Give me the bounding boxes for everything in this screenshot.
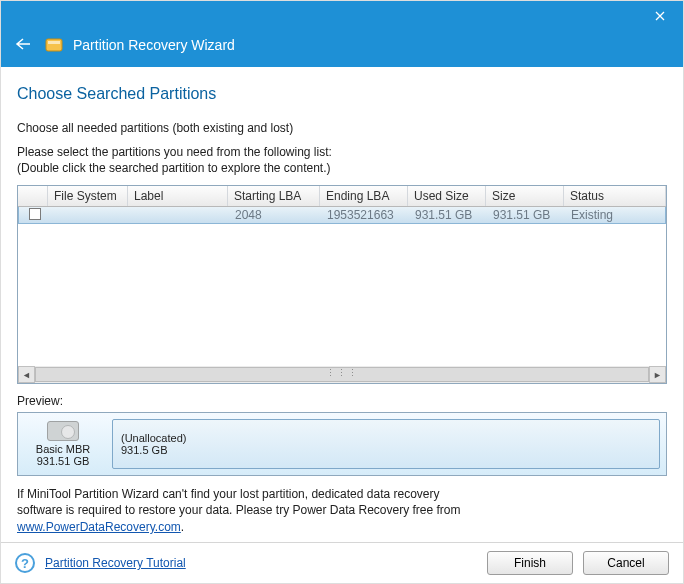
page-subtext: Choose all needed partitions (both exist… bbox=[17, 121, 667, 135]
note-line-1: If MiniTool Partition Wizard can't find … bbox=[17, 487, 440, 501]
table-body: 2048 1953521663 931.51 GB 931.51 GB Exis… bbox=[18, 207, 666, 366]
close-icon bbox=[655, 11, 665, 21]
cell-starting-lba: 2048 bbox=[229, 207, 321, 223]
row-checkbox-cell[interactable] bbox=[19, 207, 49, 224]
disk-type: Basic MBR bbox=[36, 443, 90, 455]
window-title: Partition Recovery Wizard bbox=[73, 37, 235, 53]
col-file-system[interactable]: File System bbox=[48, 186, 128, 206]
partition-block[interactable]: (Unallocated) 931.5 GB bbox=[112, 419, 660, 469]
horizontal-scrollbar[interactable]: ◄ ⋮⋮⋮ ► bbox=[18, 366, 666, 383]
partition-name: (Unallocated) bbox=[121, 432, 651, 444]
back-arrow-icon bbox=[15, 38, 31, 50]
app-icon bbox=[45, 36, 63, 54]
disk-icon bbox=[47, 421, 79, 441]
note-line-2: software is required to restore your dat… bbox=[17, 503, 461, 517]
close-button[interactable] bbox=[637, 1, 683, 31]
instruction-line-2: (Double click the searched partition to … bbox=[17, 161, 667, 175]
footer: ? Partition Recovery Tutorial Finish Can… bbox=[1, 542, 683, 583]
help-icon[interactable]: ? bbox=[15, 553, 35, 573]
disk-info[interactable]: Basic MBR 931.51 GB bbox=[24, 419, 102, 469]
partitions-table: File System Label Starting LBA Ending LB… bbox=[17, 185, 667, 384]
col-size[interactable]: Size bbox=[486, 186, 564, 206]
titlebar bbox=[1, 1, 683, 31]
col-used-size[interactable]: Used Size bbox=[408, 186, 486, 206]
row-checkbox[interactable] bbox=[29, 208, 41, 220]
wizard-window: Partition Recovery Wizard Choose Searche… bbox=[0, 0, 684, 584]
partition-size: 931.5 GB bbox=[121, 444, 651, 456]
cell-ending-lba: 1953521663 bbox=[321, 207, 409, 223]
cell-file-system bbox=[49, 214, 129, 216]
col-ending-lba[interactable]: Ending LBA bbox=[320, 186, 408, 206]
col-label[interactable]: Label bbox=[128, 186, 228, 206]
finish-button[interactable]: Finish bbox=[487, 551, 573, 575]
disk-size: 931.51 GB bbox=[37, 455, 90, 467]
cell-label bbox=[129, 214, 229, 216]
svg-rect-1 bbox=[48, 41, 60, 44]
recovery-note: If MiniTool Partition Wizard can't find … bbox=[17, 486, 667, 536]
preview-box: Basic MBR 931.51 GB (Unallocated) 931.5 … bbox=[17, 412, 667, 476]
cancel-button[interactable]: Cancel bbox=[583, 551, 669, 575]
page-heading: Choose Searched Partitions bbox=[17, 85, 667, 103]
preview-label: Preview: bbox=[17, 394, 667, 408]
wizard-body: Choose Searched Partitions Choose all ne… bbox=[1, 67, 683, 542]
col-status[interactable]: Status bbox=[564, 186, 666, 206]
col-starting-lba[interactable]: Starting LBA bbox=[228, 186, 320, 206]
cell-status: Existing bbox=[565, 207, 665, 223]
scroll-thumb[interactable]: ⋮⋮⋮ bbox=[35, 367, 649, 382]
svg-rect-0 bbox=[46, 39, 62, 51]
instruction-line-1: Please select the partitions you need fr… bbox=[17, 145, 667, 159]
header-bar: Partition Recovery Wizard bbox=[1, 31, 683, 67]
table-row[interactable]: 2048 1953521663 931.51 GB 931.51 GB Exis… bbox=[18, 207, 666, 224]
tutorial-link[interactable]: Partition Recovery Tutorial bbox=[45, 556, 186, 570]
cell-used-size: 931.51 GB bbox=[409, 207, 487, 223]
scroll-right-button[interactable]: ► bbox=[649, 366, 666, 383]
scroll-left-button[interactable]: ◄ bbox=[18, 366, 35, 383]
col-checkbox[interactable] bbox=[18, 186, 48, 206]
power-data-recovery-link[interactable]: www.PowerDataRecovery.com bbox=[17, 520, 181, 534]
back-button[interactable] bbox=[11, 35, 35, 55]
cell-size: 931.51 GB bbox=[487, 207, 565, 223]
scroll-track[interactable]: ⋮⋮⋮ bbox=[35, 366, 649, 383]
table-header: File System Label Starting LBA Ending LB… bbox=[18, 186, 666, 207]
